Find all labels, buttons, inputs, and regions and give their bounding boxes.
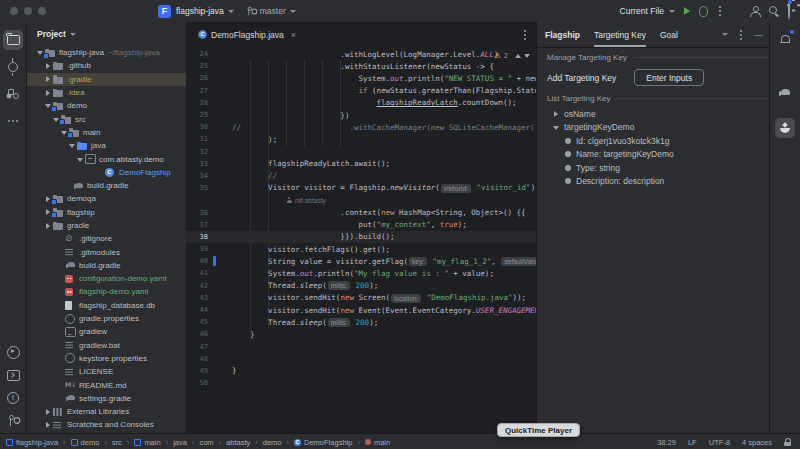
notifications-button[interactable] [775,30,795,50]
code-line-32[interactable]: 32 [186,146,536,158]
status-line-separator[interactable]: LF [688,438,697,447]
breadcrumb-abtasty[interactable]: abtasty [226,438,250,447]
chevron-down-icon[interactable] [75,155,85,163]
code-line-42[interactable]: 42 Thread.sleep(millis: 200); [186,280,536,292]
project-panel-title[interactable]: Project [37,29,66,39]
line-number[interactable]: 38 [186,233,208,241]
close-tab-icon[interactable]: × [291,30,296,40]
tree-item-flagship-demo-yaml[interactable]: flagship-demo.yaml [27,285,186,298]
breadcrumb-demoflagship[interactable]: CDemoFlagship [294,438,352,447]
branch-selector[interactable]: master [260,6,286,16]
gradle-button[interactable] [775,82,795,102]
breadcrumb-src[interactable]: src [112,438,122,447]
chevron-right-icon[interactable] [43,89,53,97]
line-number[interactable]: 33 [186,160,208,168]
code-line-41[interactable]: 41 System.out.println("My flag value is … [186,267,536,279]
panel-options-button[interactable] [740,34,742,36]
line-number[interactable]: 37 [186,221,208,229]
settings-button[interactable] [788,2,790,20]
flagship-button[interactable] [775,118,795,138]
code-line-30[interactable]: 30// .withCacheManager(new SQLiteCacheMa… [186,121,536,133]
problems-button[interactable]: ! [3,388,23,408]
tree-item-external-libraries[interactable]: External Libraries [27,405,186,418]
code-area[interactable]: 24 .withLogLevel(LogManager.Level.ALL)25… [186,48,536,389]
tree-item-github[interactable]: .github [27,59,186,72]
code-line-46[interactable]: 46 } [186,328,536,340]
code-line-40[interactable]: 40 String value = visitor.getFlag(key: "… [186,255,536,267]
tree-item-main[interactable]: main [27,126,186,139]
targeting-key-property[interactable]: Name: targetingKeyDemo [537,148,771,162]
tree-item-readme-md[interactable]: README.md [27,378,186,391]
code-line-49[interactable]: 49} [186,365,536,377]
chevron-right-icon[interactable] [43,421,53,429]
code-line-36[interactable]: 36 .context(new HashMap<String, Object>(… [186,206,536,218]
line-number[interactable]: 26 [186,74,208,82]
breadcrumb-demo[interactable]: demo [71,438,100,447]
code-line-47[interactable]: 47 [186,341,536,353]
more-actions-button[interactable] [719,10,721,12]
project-selector[interactable]: flagship-java [176,6,224,16]
line-number[interactable]: 39 [186,245,208,253]
commit-button[interactable] [3,57,23,77]
tree-item-src[interactable]: src [27,112,186,125]
status-caret-position[interactable]: 38:29 [657,438,676,447]
line-number[interactable]: 40 [186,257,208,265]
targeting-key-property[interactable]: Type: string [537,161,771,175]
code-line-39[interactable]: 39 visitor.fetchFlags().get(); [186,243,536,255]
more-button[interactable] [3,111,23,131]
line-number[interactable]: 32 [186,148,208,156]
tree-item-flagship-database-db[interactable]: flagship_database.db [27,299,186,312]
tab-goal[interactable]: Goal [660,22,678,47]
breadcrumb-flagship-java[interactable]: flagship-java [6,438,58,447]
line-number[interactable]: 44 [186,306,208,314]
line-number[interactable]: 43 [186,294,208,302]
run-button[interactable] [684,7,690,15]
code-line-50[interactable]: 50 [186,377,536,389]
line-number[interactable]: 47 [186,343,208,351]
line-number[interactable]: 31 [186,135,208,143]
line-number[interactable]: 41 [186,269,208,277]
terminal-button[interactable] [3,365,23,385]
line-number[interactable]: 25 [186,62,208,70]
tree-item-license[interactable]: LICENSE [27,365,186,378]
line-number[interactable]: 46 [186,330,208,338]
line-number[interactable]: 35 [186,184,208,192]
chevron-down-icon[interactable] [551,123,561,131]
line-number[interactable]: 42 [186,282,208,290]
code-line-38[interactable]: 38 }}).build(); [186,231,536,243]
code-line-43[interactable]: 43 visitor.sendHit(new Screen(location: … [186,292,536,304]
minimize-window-button[interactable] [24,7,32,15]
line-number[interactable]: 27 [186,87,208,95]
breadcrumb-main[interactable]: main [365,438,390,447]
line-number[interactable]: 24 [186,50,208,58]
code-line-26[interactable]: 26 System.out.println("NEW STATUS = " + … [186,72,536,84]
tree-item-gitmodules[interactable]: .gitmodules [27,245,186,258]
code-line-25[interactable]: 25 .withStatusListener(newStatus -> { [186,60,536,72]
code-line-44[interactable]: 44 visitor.sendHit(new Event(Event.Event… [186,304,536,316]
close-window-button[interactable] [10,7,18,15]
tree-item-demoqa[interactable]: demoqa [27,192,186,205]
chevron-right-icon[interactable] [43,62,53,70]
code-line-45[interactable]: 45 Thread.sleep(millis: 200); [186,316,536,328]
chevron-down-icon[interactable] [67,142,77,150]
run-button[interactable] [3,342,23,362]
tree-item-flagship-java[interactable]: flagship-java~/flagship-java [27,46,186,59]
zoom-window-button[interactable] [38,7,46,15]
tree-item-gradle[interactable]: gradle [27,219,186,232]
chevron-right-icon[interactable] [43,75,53,83]
chevron-right-icon[interactable] [43,222,53,230]
code-line-34[interactable]: 34 // [186,170,536,182]
tree-item-java[interactable]: java [27,139,186,152]
tree-item-build-gradle[interactable]: build.gradle [27,259,186,272]
tree-item-scratches-and-consoles[interactable]: Scratches and Consoles [27,418,186,431]
editor-options-button[interactable] [524,34,526,36]
code-line-31[interactable]: 31 ); [186,133,536,145]
tree-item-gradlew-bat[interactable]: gradlew.bat [27,339,186,352]
code-line-24[interactable]: 24 .withLogLevel(LogManager.Level.ALL) [186,48,536,60]
line-number[interactable]: 30 [186,123,208,131]
line-number[interactable]: 29 [186,111,208,119]
tree-item-gitignore[interactable]: .gitignore [27,232,186,245]
tree-item-idea[interactable]: .idea [27,86,186,99]
version-control-button[interactable] [3,411,23,431]
code-line-37[interactable]: 37 put("my_context", true); [186,219,536,231]
